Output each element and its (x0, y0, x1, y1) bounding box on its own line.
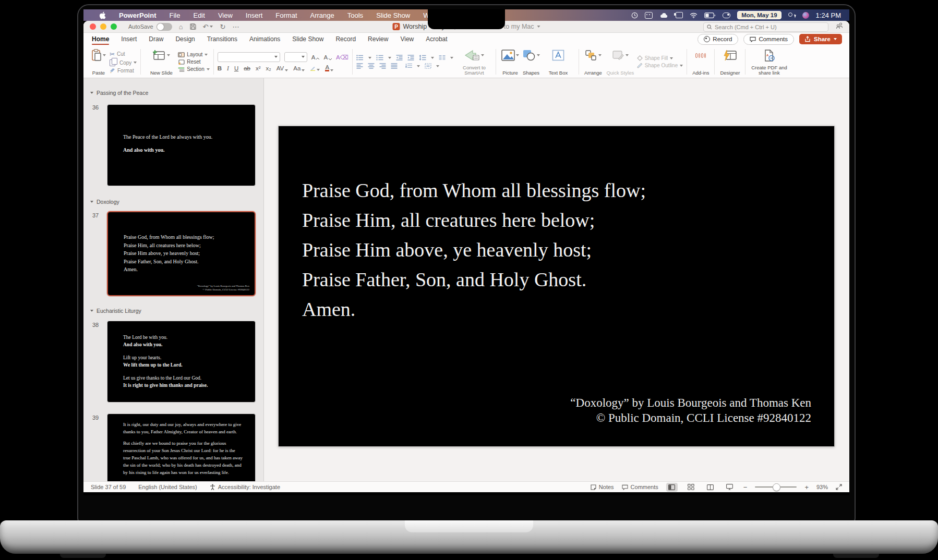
siri-icon[interactable] (802, 12, 809, 19)
menu-bar-date[interactable]: Mon, May 19 (737, 11, 781, 19)
zoom-in-button[interactable] (804, 483, 809, 491)
menu-item-insert[interactable]: Insert (246, 11, 263, 19)
redo-icon[interactable]: ↻ (220, 23, 225, 30)
fit-slide-button[interactable] (836, 484, 842, 490)
tab-animations[interactable]: Animations (249, 33, 280, 45)
reading-view-button[interactable] (705, 483, 716, 492)
more-toolbar-icon[interactable]: ⋯ (232, 23, 239, 30)
increase-indent-button[interactable] (407, 55, 414, 60)
menu-item-arrange[interactable]: Arrange (310, 11, 334, 19)
close-window-button[interactable] (90, 23, 96, 30)
addins-button[interactable]: Add-ins (691, 47, 711, 77)
language-status[interactable]: English (United States) (138, 484, 197, 490)
shapes-button[interactable]: Shapes (521, 47, 542, 77)
decrease-indent-button[interactable] (396, 55, 403, 60)
apple-logo-icon[interactable] (99, 11, 106, 19)
paste-button[interactable]: Paste (90, 47, 107, 77)
font-color-button[interactable]: A (325, 65, 333, 71)
accessibility-status[interactable]: Accessibility: Investigate (210, 484, 280, 490)
menu-item-format[interactable]: Format (275, 11, 297, 19)
align-text-chevron-icon[interactable] (436, 65, 439, 67)
fast-user-switch-icon[interactable] (788, 13, 796, 18)
new-slide-button[interactable]: New Slide (145, 47, 178, 77)
save-icon[interactable] (190, 23, 196, 30)
stage-manager-icon[interactable] (676, 12, 683, 18)
highlight-button[interactable] (310, 65, 320, 71)
numbering-button[interactable] (376, 55, 383, 60)
section-header-doxology[interactable]: Doxology (90, 199, 119, 205)
change-case-button[interactable]: Aa (293, 65, 305, 71)
bullets-chevron-icon[interactable] (368, 57, 371, 59)
text-box-button[interactable]: Text Box (542, 47, 575, 77)
section-button[interactable]: Section (178, 66, 209, 72)
menu-app-name[interactable]: PowerPoint (119, 11, 157, 19)
search-input[interactable]: Search (Cmd + Ctrl + U) (703, 22, 828, 32)
tab-insert[interactable]: Insert (121, 33, 137, 45)
shape-fill-button[interactable]: Shape Fill (637, 55, 683, 61)
zoom-out-button[interactable] (743, 483, 748, 491)
picture-button[interactable]: Picture (500, 47, 521, 77)
tab-draw[interactable]: Draw (149, 33, 163, 45)
tab-slide-show[interactable]: Slide Show (292, 33, 323, 45)
shape-outline-button[interactable]: Shape Outline (637, 63, 683, 68)
subscript-button[interactable]: x₂ (266, 65, 271, 71)
record-button[interactable]: Record (698, 34, 738, 45)
numbering-chevron-icon[interactable] (388, 57, 391, 59)
zoom-window-button[interactable] (111, 23, 117, 30)
slide-attribution-text[interactable]: “Doxology” by Louis Bourgeois and Thomas… (570, 395, 811, 425)
menu-item-tools[interactable]: Tools (347, 11, 363, 19)
section-header-eucharistic-liturgy[interactable]: Eucharistic Liturgy (90, 308, 141, 314)
bold-button[interactable]: B (218, 65, 222, 71)
slide-sorter-view-button[interactable] (686, 483, 697, 492)
tab-acrobat[interactable]: Acrobat (426, 33, 447, 45)
menu-item-view[interactable]: View (218, 11, 233, 19)
comments-panel-button[interactable]: Comments (622, 484, 658, 490)
create-pdf-button[interactable]: A Create PDF and share link (749, 47, 789, 77)
arrange-button[interactable]: Arrange (583, 47, 604, 77)
autosave-toggle[interactable] (157, 23, 172, 31)
strikethrough-button[interactable]: ab (244, 65, 250, 71)
tab-design[interactable]: Design (175, 33, 195, 45)
slide-count-status[interactable]: Slide 37 of 59 (91, 484, 126, 490)
copy-button[interactable]: Copy (110, 59, 137, 66)
quick-styles-button[interactable]: Quick Styles (604, 47, 637, 77)
decrease-font-size-button[interactable]: A (323, 54, 332, 60)
layout-button[interactable]: Layout (178, 52, 209, 57)
designer-button[interactable]: Designer (718, 47, 741, 77)
justify-button[interactable] (391, 63, 398, 69)
app-status-icon[interactable] (645, 12, 653, 19)
italic-button[interactable]: I (227, 65, 229, 71)
home-icon[interactable]: ⌂ (179, 23, 183, 30)
text-direction-chevron-icon[interactable] (417, 65, 420, 67)
text-direction-button[interactable] (405, 63, 412, 69)
comments-button[interactable]: Comments (743, 34, 794, 45)
tab-review[interactable]: Review (368, 33, 388, 45)
battery-icon[interactable] (704, 13, 716, 18)
icloud-icon[interactable] (659, 13, 668, 18)
slide-body-text[interactable]: Praise God, from Whom all blessings flow… (302, 176, 646, 324)
clock-status-icon[interactable] (631, 12, 638, 19)
menu-item-file[interactable]: File (170, 11, 181, 19)
align-right-button[interactable] (379, 63, 386, 69)
zoom-percentage[interactable]: 93% (816, 484, 828, 490)
current-slide[interactable]: Praise God, from Whom all blessings flow… (278, 126, 835, 447)
cut-button[interactable]: Cut (110, 51, 137, 58)
font-size-select[interactable] (284, 52, 307, 62)
align-center-button[interactable] (368, 63, 375, 69)
slide-thumbnail-39[interactable]: It is right, our duty and our joy, alway… (107, 413, 256, 488)
tab-transitions[interactable]: Transitions (207, 33, 237, 45)
clear-formatting-button[interactable]: A⌫ (336, 54, 348, 61)
menu-bar-time[interactable]: 1:24 PM (816, 11, 841, 19)
notes-button[interactable]: Notes (591, 484, 614, 490)
font-name-select[interactable] (218, 52, 280, 62)
line-spacing-button[interactable] (419, 55, 426, 60)
increase-font-size-button[interactable]: A (311, 54, 320, 60)
slide-thumbnail-38[interactable]: The Lord be with you. And also with you.… (107, 321, 256, 403)
tab-home[interactable]: Home (92, 33, 109, 45)
slide-thumbnail-37-selected[interactable]: Praise God, from Whom all blessings flow… (107, 211, 256, 296)
character-spacing-button[interactable]: AV (276, 65, 288, 71)
zoom-slider-knob[interactable] (773, 483, 780, 491)
underline-button[interactable]: U (234, 65, 238, 71)
title-chevron-icon[interactable] (537, 26, 540, 28)
tab-view[interactable]: View (400, 33, 414, 45)
